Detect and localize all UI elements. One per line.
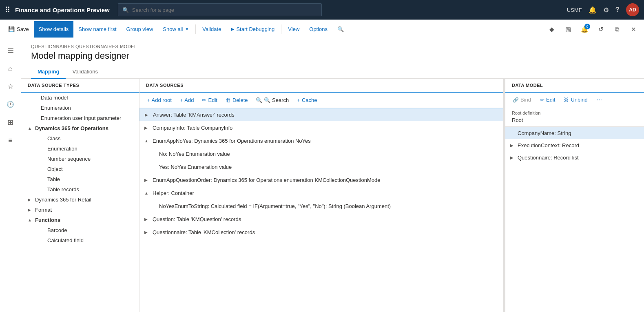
dm-item-questionnaire[interactable]: ▶ Questionnaire: Record list xyxy=(505,151,644,164)
dst-item-d365-operations[interactable]: ▲ Dynamics 365 for Operations xyxy=(21,123,139,133)
datasource-types-header: DATA SOURCE TYPES xyxy=(21,79,139,93)
sidebar-item-hamburger[interactable]: ☰ xyxy=(2,42,19,59)
bell-icon[interactable]: 🔔 xyxy=(589,6,597,14)
group-view-button[interactable]: Group view xyxy=(122,21,158,38)
add-icon: + xyxy=(180,97,183,103)
user-avatar[interactable]: AD xyxy=(626,3,639,16)
chevron-icon: ▶ xyxy=(144,126,150,130)
ds-item-helper[interactable]: ▲ Helper: Container xyxy=(139,186,503,199)
app-grid-icon[interactable]: ⠿ xyxy=(5,5,10,14)
ds-item-answer[interactable]: ▶ Answer: Table 'KMAnswer' records xyxy=(139,108,503,121)
ds-item-questionnaire[interactable]: ▶ Questionnaire: Table 'KMCollection' re… xyxy=(139,226,503,239)
debug-icon: ▶ xyxy=(231,27,234,32)
datasources-panel: DATA SOURCES + Add root + Add ✏ Edit xyxy=(139,79,504,312)
add-button[interactable]: + Add xyxy=(176,95,198,105)
dm-edit-button[interactable]: ✏ Edit xyxy=(536,95,559,104)
sidebar-item-modules[interactable]: ≡ xyxy=(2,132,19,148)
dst-item-object[interactable]: Object xyxy=(21,164,139,174)
notification-badge-button[interactable]: 🔔 0 xyxy=(577,22,592,37)
dm-item-companyname[interactable]: CompanyName: String xyxy=(505,127,644,139)
main-layout: ☰ ⌂ ☆ 🕐 ⊞ ≡ QUESTIONNAIRES QUESTIONNAIRE… xyxy=(0,39,644,312)
datasource-types-panel: DATA SOURCE TYPES Data model Enumeration… xyxy=(21,79,139,312)
dst-item-data-model[interactable]: Data model xyxy=(21,93,139,103)
view-button[interactable]: View xyxy=(283,21,304,38)
bind-icon: 🔗 xyxy=(513,97,519,103)
sidebar-item-recent[interactable]: 🕐 xyxy=(2,96,19,113)
more-button[interactable]: ⋯ xyxy=(593,95,606,104)
chevron-collapse-icon: ▶ xyxy=(28,208,33,212)
refresh-icon-button[interactable]: ↺ xyxy=(593,22,608,37)
top-navigation-bar: ⠿ Finance and Operations Preview 🔍 USMF … xyxy=(0,0,644,20)
breadcrumb: QUESTIONNAIRES QUESTIONNAIRES MODEL xyxy=(31,44,634,49)
sidebar-item-home[interactable]: ⌂ xyxy=(2,60,19,77)
dst-item-class[interactable]: Class xyxy=(21,133,139,144)
ds-item-enumappquestionorder[interactable]: ▶ EnumAppQuestionOrder: Dynamics 365 for… xyxy=(139,173,503,186)
dst-item-format[interactable]: ▶ Format xyxy=(21,205,139,215)
chevron-icon: ▶ xyxy=(144,217,150,221)
left-sidebar: ☰ ⌂ ☆ 🕐 ⊞ ≡ xyxy=(0,39,21,312)
show-name-first-button[interactable]: Show name first xyxy=(73,21,121,38)
cmd-separator-2 xyxy=(281,24,281,34)
ds-item-yes[interactable]: Yes: NoYes Enumeration value xyxy=(139,160,503,173)
three-panel-layout: DATA SOURCE TYPES Data model Enumeration… xyxy=(21,79,644,312)
cmd-right-icons: ◆ ▧ 🔔 0 ↺ ⧉ ✕ xyxy=(544,22,641,37)
dst-item-enum-2[interactable]: Enumeration xyxy=(21,144,139,154)
dst-item-enum-user-input[interactable]: Enumeration user input parameter xyxy=(21,113,139,123)
dst-item-table-records[interactable]: Table records xyxy=(21,184,139,195)
options-button[interactable]: Options xyxy=(304,21,332,38)
cache-button[interactable]: + Cache xyxy=(293,95,321,105)
chevron-expand-icon: ▲ xyxy=(144,191,150,195)
save-icon: 💾 xyxy=(8,26,15,32)
page-title: Model mapping designer xyxy=(31,51,634,61)
global-search-box[interactable]: 🔍 xyxy=(118,3,322,16)
ds-item-noyesenumtostring[interactable]: NoYesEnumToString: Calculated field = IF… xyxy=(139,199,503,212)
dst-item-enumeration[interactable]: Enumeration xyxy=(21,103,139,113)
ds-item-companyinfo[interactable]: ▶ CompanyInfo: Table CompanyInfo xyxy=(139,121,503,134)
panel-icon-button[interactable]: ▧ xyxy=(561,22,575,37)
restore-icon-button[interactable]: ⧉ xyxy=(610,22,624,37)
close-icon-button[interactable]: ✕ xyxy=(626,22,641,37)
sidebar-item-favorites[interactable]: ☆ xyxy=(2,78,19,95)
ds-item-question[interactable]: ▶ Question: Table 'KMQuestion' records xyxy=(139,212,503,226)
cmd-separator-1 xyxy=(195,24,196,34)
show-all-button[interactable]: Show all ▼ xyxy=(158,21,194,38)
chevron-icon: ▶ xyxy=(144,230,150,235)
delete-button[interactable]: 🗑 Delete xyxy=(221,95,252,105)
diamond-icon-button[interactable]: ◆ xyxy=(544,22,559,37)
sidebar-item-workspaces[interactable]: ⊞ xyxy=(2,114,19,131)
dst-item-barcode[interactable]: Barcode xyxy=(21,225,139,235)
datasources-toolbar: + Add root + Add ✏ Edit 🗑 Delete xyxy=(139,93,503,108)
search-cmd-button[interactable]: 🔍 xyxy=(332,21,349,38)
edit-button[interactable]: ✏ Edit xyxy=(198,95,221,105)
add-root-button[interactable]: + Add root xyxy=(143,95,176,105)
settings-icon[interactable]: ⚙ xyxy=(603,6,609,14)
dm-item-executioncontext[interactable]: ▶ ExecutionContext: Record xyxy=(505,139,644,151)
chevron-icon: ▶ xyxy=(510,143,516,148)
page-tabs: Mapping Validations xyxy=(31,65,634,78)
dst-item-calculated-field[interactable]: Calculated field xyxy=(21,235,139,246)
page-header: QUESTIONNAIRES QUESTIONNAIRES MODEL Mode… xyxy=(21,39,644,79)
dst-item-table[interactable]: Table xyxy=(21,174,139,184)
tab-validations[interactable]: Validations xyxy=(66,65,104,79)
dst-item-functions[interactable]: ▲ Functions xyxy=(21,215,139,225)
validate-button[interactable]: Validate xyxy=(197,21,226,38)
add-root-icon: + xyxy=(147,97,150,103)
ds-item-enumappnoyes[interactable]: ▲ EnumAppNoYes: Dynamics 365 for Operati… xyxy=(139,134,503,147)
search-icon: 🔍 xyxy=(256,97,262,103)
search-input[interactable] xyxy=(132,7,317,13)
tab-mapping[interactable]: Mapping xyxy=(31,65,66,79)
bind-button[interactable]: 🔗 Bind xyxy=(509,95,535,104)
search-cmd-icon: 🔍 xyxy=(337,26,344,32)
dst-item-d365-retail[interactable]: ▶ Dynamics 365 for Retail xyxy=(21,195,139,205)
chevron-expand-icon: ▲ xyxy=(28,218,33,222)
root-definition-label: Root definition xyxy=(512,111,637,115)
chevron-collapse-icon: ▶ xyxy=(28,197,33,202)
start-debugging-button[interactable]: ▶ Start Debugging xyxy=(226,21,279,38)
save-button[interactable]: 💾 Save xyxy=(3,21,34,38)
dst-item-number-seq[interactable]: Number sequence xyxy=(21,154,139,164)
help-icon[interactable]: ? xyxy=(615,6,620,14)
show-details-button[interactable]: Show details xyxy=(34,21,74,38)
search-button[interactable]: 🔍 🔍 Search xyxy=(252,95,293,105)
unbind-button[interactable]: ⛓ Unbind xyxy=(560,95,591,104)
ds-item-no[interactable]: No: NoYes Enumeration value xyxy=(139,147,503,160)
